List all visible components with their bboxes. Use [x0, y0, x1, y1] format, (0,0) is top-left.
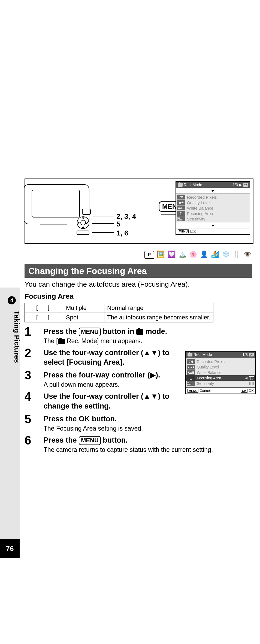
flower-icon: 🌸 [189, 251, 198, 258]
landscape-icon: 🏔️ [178, 251, 187, 258]
step-number: 5 [25, 413, 35, 425]
quality-icon: ★★ [177, 200, 185, 205]
table-row: [ ] Multiple Normal range [25, 303, 213, 313]
lcd-footer: MENU Exit [176, 228, 250, 234]
table-cell: Spot [63, 313, 104, 322]
lcd-title: Rec. Mode [184, 183, 202, 187]
lcd-row: ★★Quality Level [176, 200, 250, 205]
table-cell: The autofocus range becomes smaller. [104, 313, 213, 322]
lcd-title: Rec. Mode [194, 352, 212, 357]
lcd-row: ★★★Quality Level [186, 364, 255, 370]
lcd-row: [ ]Focusing Area [176, 211, 250, 216]
side-section-label: Taking Pictures [13, 311, 21, 363]
ok-button-label: OK [79, 415, 90, 423]
iso-icon: ISO AUTO [187, 381, 195, 386]
wb-icon: AWB [187, 370, 195, 375]
lcd-header: Rec. Mode 1/3 ⚒ [186, 352, 255, 358]
svg-point-4 [81, 220, 86, 225]
wb-icon: AWB [177, 205, 185, 210]
step-6: 6 Press the MENU button. The camera retu… [25, 434, 252, 453]
section-header: Changing the Focusing Area [25, 264, 252, 278]
setup-tab-icon: ⚒ [243, 183, 248, 187]
step-1: 1 Press the MENU button in mode. The [ R… [25, 326, 252, 345]
callout-line [92, 232, 114, 233]
multiple-icon: [ ] [35, 304, 53, 311]
down-arrow-icon [211, 225, 214, 227]
lcd-row-selected: [ ]Focusing Area◀[ ] [186, 375, 255, 381]
callout-line [92, 223, 114, 224]
step-heading: Press the four-way controller (▶). [44, 370, 185, 380]
callout-line [92, 216, 114, 216]
snow-icon: ❄️ [222, 251, 230, 258]
camera-illustration [24, 182, 100, 236]
lcd-menu-list: 7MRecorded Pixels ★★Quality Level AWBWhi… [176, 193, 250, 222]
iso-icon: ISO AUTO [177, 216, 185, 221]
focusing-area-table: [ ] Multiple Normal range [ ] Spot The a… [25, 303, 213, 322]
lcd-row: AWBWhite Balance [176, 205, 250, 211]
svg-rect-1 [32, 190, 80, 217]
table-cell: Multiple [63, 303, 104, 313]
lcd-header: Rec. Mode 1/3 ▶ ⚒ [176, 182, 250, 188]
program-mode-icon: P [144, 251, 154, 259]
table-row: [ ] Spot The autofocus range becomes sma… [25, 313, 213, 322]
lcd-menu-list: 7MRecorded Pixels ★★★Quality Level AWBWh… [186, 358, 255, 388]
svg-rect-6 [40, 224, 67, 225]
left-arrow-icon: ◀ [245, 376, 247, 380]
pixels-icon: 7M [187, 359, 195, 364]
step-heading: Use the four-way controller (▲▼) to sele… [44, 348, 185, 367]
food-icon: 🍴 [232, 251, 241, 258]
menu-button-icon: MENU [79, 328, 101, 337]
lcd-footer-left: Cancel [199, 389, 210, 393]
step-heading: Press the MENU button in mode. [44, 327, 252, 336]
lcd-footer-right: OK [249, 389, 254, 393]
focus-selection-icon: [ ] [249, 376, 254, 380]
lcd-row: 7MRecorded Pixels [176, 194, 250, 200]
mode-icon-strip: P 🖼️ 💟 🏔️ 🌸 👤 🏄 ❄️ 🍴 👁️ [144, 251, 252, 259]
menu-pill: MENU [188, 389, 198, 393]
lcd-screen-2: Rec. Mode 1/3 ⚒ 7MRecorded Pixels ★★★Qua… [185, 351, 256, 394]
lcd-row: 7MRecorded Pixels [186, 359, 255, 364]
picture-mode-icon: 🖼️ [156, 251, 165, 258]
step-number: 6 [25, 434, 35, 446]
spot-icon: [ ] [35, 314, 53, 321]
step-heading: Press the MENU button. [44, 436, 252, 445]
step-number: 2 [25, 347, 35, 359]
step-5: 5 Press the OK button. The Focusing Area… [25, 413, 252, 432]
frame-mode-icon: 💟 [167, 251, 176, 258]
table-cell: Normal range [104, 303, 213, 313]
setup-tab-icon: ⚒ [249, 353, 254, 356]
step-subtext: The Focusing Area setting is saved. [44, 425, 252, 432]
camera-icon [188, 353, 192, 356]
lcd-page: 1/3 [233, 183, 238, 187]
lcd-row: AWBWhite Balance [186, 370, 255, 375]
step-subtext: A pull-down menu appears. [44, 381, 185, 388]
callout-2: 5 [116, 220, 120, 228]
surf-icon: 🏄 [211, 251, 219, 258]
intro-text: You can change the autofocus area (Focus… [25, 280, 190, 289]
lcd-screen-1: Rec. Mode 1/3 ▶ ⚒ 7MRecorded Pixels ★★Qu… [176, 181, 250, 235]
figure-box: 2, 3, 4 5 1, 6 MENU Rec. Mode 1/3 ▶ ⚒ 7M… [25, 179, 253, 244]
callout-3: 1, 6 [116, 229, 128, 237]
step-number: 1 [25, 326, 35, 338]
step-number: 3 [25, 369, 35, 381]
down-arrow-icon [211, 190, 214, 192]
right-arrow-icon: ▶ [239, 183, 242, 187]
step-subtext: The camera returns to capture status wit… [44, 446, 252, 453]
page-number: 76 [0, 539, 20, 558]
focus-icon: [ ] [177, 211, 185, 216]
focus-icon: [ ] [187, 376, 195, 380]
ok-pill: OK [241, 389, 248, 393]
camera-icon [136, 329, 143, 335]
step-subtext: The [ Rec. Mode] menu appears. [44, 337, 252, 345]
subheader: Focusing Area [25, 292, 74, 301]
menu-button-icon: MENU [79, 436, 101, 445]
camera-icon [178, 183, 183, 187]
side-section-number: 4 [8, 296, 16, 304]
lcd-footer-left: Exit [190, 229, 196, 233]
step-heading: Use the four-way controller (▲▼) to chan… [44, 392, 185, 411]
lcd-row: ISO AUTOSensitivity[ ] [186, 381, 255, 386]
step-number: 4 [25, 391, 35, 403]
portrait-icon: 👤 [200, 251, 208, 258]
lcd-footer: MENU Cancel OK OK [186, 388, 255, 394]
menu-pill: MENU [178, 229, 189, 233]
